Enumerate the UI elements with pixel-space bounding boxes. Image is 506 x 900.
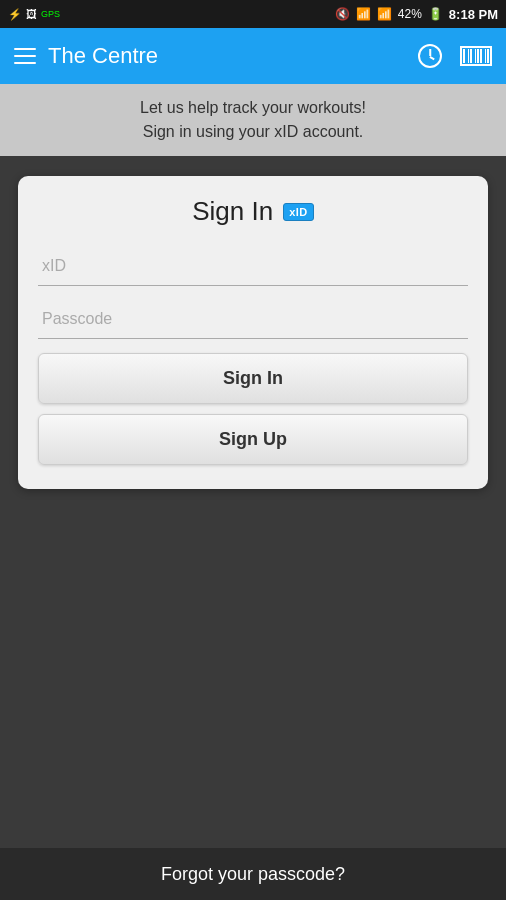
status-bar: ⚡ 🖼 GPS 🔇 📶 📶 42% 🔋 8:18 PM <box>0 0 506 28</box>
battery-percent: 42% <box>398 7 422 21</box>
app-title: The Centre <box>48 43 158 69</box>
status-bar-right: 🔇 📶 📶 42% 🔋 8:18 PM <box>335 7 498 22</box>
toolbar: The Centre <box>0 28 506 84</box>
subtitle-text: Let us help track your workouts! Sign in… <box>20 96 486 144</box>
mute-icon: 🔇 <box>335 7 350 21</box>
signal-icon: 📶 <box>377 7 392 21</box>
forgot-passcode-link[interactable]: Forgot your passcode? <box>161 864 345 885</box>
status-bar-left: ⚡ 🖼 GPS <box>8 8 60 21</box>
toolbar-left: The Centre <box>14 43 158 69</box>
xid-badge: xID <box>283 203 314 221</box>
signin-header: Sign In xID <box>38 196 468 227</box>
usb-icon: ⚡ <box>8 8 22 21</box>
image-icon: 🖼 <box>26 8 37 20</box>
signup-button[interactable]: Sign Up <box>38 414 468 465</box>
wifi-icon: 📶 <box>356 7 371 21</box>
subtitle-banner: Let us help track your workouts! Sign in… <box>0 84 506 156</box>
battery-icon: 🔋 <box>428 7 443 21</box>
status-time: 8:18 PM <box>449 7 498 22</box>
xid-input[interactable] <box>38 247 468 286</box>
app-icon: GPS <box>41 9 60 19</box>
history-icon[interactable] <box>418 44 442 68</box>
barcode-icon[interactable] <box>460 46 492 66</box>
passcode-input[interactable] <box>38 300 468 339</box>
footer: Forgot your passcode? <box>0 848 506 900</box>
signin-card: Sign In xID Sign In Sign Up <box>18 176 488 489</box>
toolbar-right <box>418 44 492 68</box>
signin-title: Sign In <box>192 196 273 227</box>
main-content: Sign In xID Sign In Sign Up <box>0 156 506 509</box>
signin-button[interactable]: Sign In <box>38 353 468 404</box>
hamburger-icon[interactable] <box>14 48 36 64</box>
